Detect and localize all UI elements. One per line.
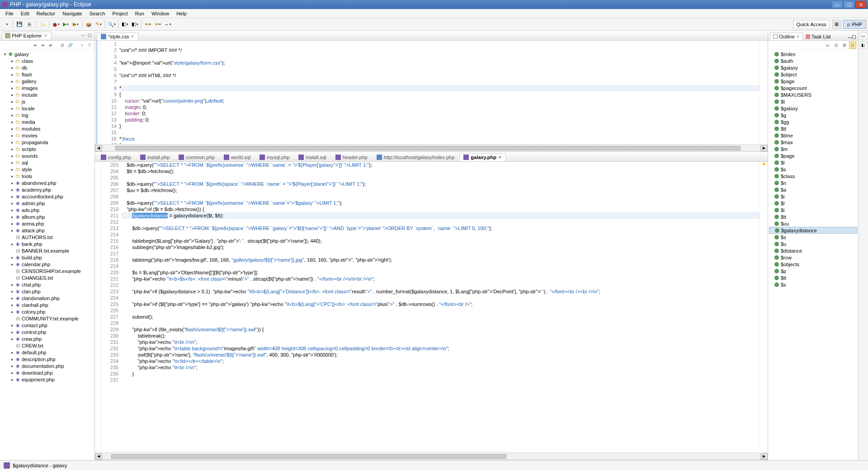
tree-twistie[interactable]: ▸ [10, 357, 14, 362]
tree-item[interactable]: ▸◉build.php [1, 254, 94, 261]
outline-item[interactable]: $tt [769, 125, 857, 132]
tree-twistie[interactable]: ▸ [10, 208, 14, 212]
outline-item[interactable]: $s [769, 234, 857, 240]
php-folding-ruler[interactable] [95, 162, 101, 452]
outline-item[interactable]: $objects [769, 261, 857, 268]
outline-item[interactable]: $object [769, 71, 857, 78]
tree-item[interactable]: ▤CHANGES.txt [1, 274, 94, 281]
php-horizontal-scrollbar[interactable]: ◀ ▶ [95, 452, 768, 460]
php-explorer-tab[interactable]: PHP Explorer ✕ [2, 32, 52, 39]
outline-item[interactable]: $s [769, 166, 857, 173]
tree-item[interactable]: ▤CREW.txt [1, 342, 94, 349]
tree-twistie[interactable]: ▸ [10, 303, 14, 307]
outline-item[interactable]: $class [769, 173, 857, 179]
tree-item[interactable]: ▸🗀style [1, 166, 94, 173]
menu-project[interactable]: Project [109, 10, 132, 17]
tree-item[interactable]: ▤BANNER.txt.example [1, 247, 94, 254]
tree-item[interactable]: ▸◉attack.php [1, 227, 94, 234]
style-css-tab[interactable]: *style.css ✕ [97, 33, 138, 40]
tree-twistie[interactable]: ▸ [10, 133, 14, 138]
editor-tab[interactable]: header.php [331, 153, 372, 161]
tree-item[interactable]: ▸🗀images [1, 85, 94, 91]
tree-item[interactable]: ▸🗀propaganda [1, 139, 94, 146]
link-editor-button[interactable]: ⇄ [47, 42, 54, 48]
close-outline-tab[interactable]: ✕ [796, 34, 800, 39]
tree-item[interactable]: ▸🗀flash [1, 71, 94, 78]
tree-twistie[interactable]: ▸ [10, 188, 14, 192]
tree-item[interactable]: ▸◉abandoned.php [1, 179, 94, 186]
forward-button[interactable]: ▾ [153, 20, 162, 29]
editor-tab[interactable]: world.sql [220, 153, 255, 161]
tree-twistie[interactable]: ▸ [10, 154, 14, 158]
close-tab-button[interactable]: ✕ [498, 155, 502, 160]
tree-twistie[interactable]: ▸ [10, 181, 14, 185]
menu-refactor[interactable]: Refactor [33, 10, 59, 17]
tree-twistie[interactable]: ▸ [10, 371, 14, 375]
maximize-outline-button[interactable] [852, 34, 856, 40]
maximize-button[interactable]: ☐ [844, 1, 854, 8]
tree-item[interactable]: ▸🗀media [1, 118, 94, 125]
php-code-area[interactable]: 2032042052062072082092102112122132142152… [95, 162, 768, 452]
folding-ruler[interactable] [95, 41, 101, 144]
minimized-view-button[interactable]: ◧ [860, 42, 867, 49]
outline-item[interactable]: $g [769, 112, 857, 118]
tree-item[interactable]: ▸🗀log [1, 112, 94, 118]
tree-twistie[interactable]: ▸ [10, 140, 14, 145]
minimize-panel-button[interactable] [80, 33, 86, 39]
tree-twistie[interactable]: ▸ [10, 221, 14, 226]
tree-item[interactable]: ▸◉ads.php [1, 207, 94, 213]
back-history-button[interactable]: ⬅ [32, 42, 38, 48]
outline-item[interactable]: $row [769, 254, 857, 261]
tree-item[interactable]: ▸🗀sounds [1, 152, 94, 159]
tree-item[interactable]: ▸◉bank.php [1, 240, 94, 247]
tree-item[interactable]: ▤AUTHORS.txt [1, 234, 94, 240]
outline-list[interactable]: $index$auth$galaxy$object$page$pagecount… [768, 50, 858, 460]
tree-item[interactable]: ▸◉crew.php [1, 335, 94, 342]
outline-item[interactable]: $a [769, 186, 857, 193]
tree-twistie[interactable]: ▸ [10, 255, 14, 260]
css-overview-ruler[interactable] [760, 41, 768, 144]
new-button[interactable]: ▾ [2, 20, 11, 29]
menu-window[interactable]: Window [148, 10, 173, 17]
scroll-right-arrow[interactable]: ▶ [760, 145, 768, 151]
tree-item[interactable]: ▸🗀tools [1, 173, 94, 179]
tree-item[interactable]: ▤CENSORSHIP.txt.example [1, 268, 94, 274]
tree-twistie[interactable]: ▸ [10, 364, 14, 368]
toggle-button-1[interactable]: ▾ [120, 20, 129, 29]
css-code-area[interactable]: 12345678910111213141516171819 "cmt">/* #… [95, 41, 768, 144]
tree-twistie[interactable]: ▸ [10, 194, 14, 199]
sort-button[interactable]: a↓ [825, 42, 832, 49]
outline-item[interactable]: $time [769, 132, 857, 139]
minimize-outline-button[interactable] [848, 35, 852, 40]
tree-twistie[interactable]: ▸ [10, 160, 14, 165]
link-with-editor-button[interactable]: 🔗 [67, 42, 73, 48]
tree-twistie[interactable]: ▸ [10, 289, 14, 294]
tree-twistie[interactable]: ▸ [10, 310, 14, 314]
tree-twistie[interactable]: ▸ [10, 282, 14, 287]
maximize-panel-button[interactable] [86, 33, 93, 39]
scroll-left-arrow[interactable]: ◀ [95, 145, 102, 151]
tree-item[interactable]: ▸◉calendar.php [1, 261, 94, 268]
external-button[interactable]: ▾ [71, 20, 80, 29]
task-list-tab[interactable]: Task List [803, 33, 834, 40]
editor-tab[interactable]: galaxy.php✕ [459, 153, 506, 161]
outline-item[interactable]: $page [769, 152, 857, 159]
tree-item[interactable]: ▸◉chat.php [1, 281, 94, 288]
tree-twistie[interactable]: ▸ [10, 337, 14, 341]
new-package-button[interactable] [84, 20, 93, 29]
outline-item[interactable]: $index [769, 51, 857, 57]
hide-static-button[interactable]: ⊠ [841, 42, 848, 49]
menu-search[interactable]: Search [86, 10, 109, 17]
tree-item[interactable]: ▤COMMUNITY.txt.example [1, 315, 94, 322]
minimize-button[interactable]: — [832, 1, 843, 8]
tree-twistie[interactable]: ▸ [10, 262, 14, 267]
restore-view-button[interactable]: ▭ [860, 33, 867, 40]
project-tree[interactable]: ▾⬢galaxy▸🗀class▸🗀db▸🗀flash▸🗀gallery▸🗀ima… [0, 50, 94, 460]
collapse-all-button[interactable]: ⊟ [59, 42, 66, 48]
tree-item[interactable]: ▸🗀movies [1, 132, 94, 139]
search-button[interactable]: ▾ [107, 20, 116, 29]
editor-tab[interactable]: common.php [175, 153, 219, 161]
tree-twistie[interactable]: ▸ [10, 323, 14, 328]
tree-item[interactable]: ▸◉documentation.php [1, 362, 94, 369]
outline-item[interactable]: $t [769, 98, 857, 105]
